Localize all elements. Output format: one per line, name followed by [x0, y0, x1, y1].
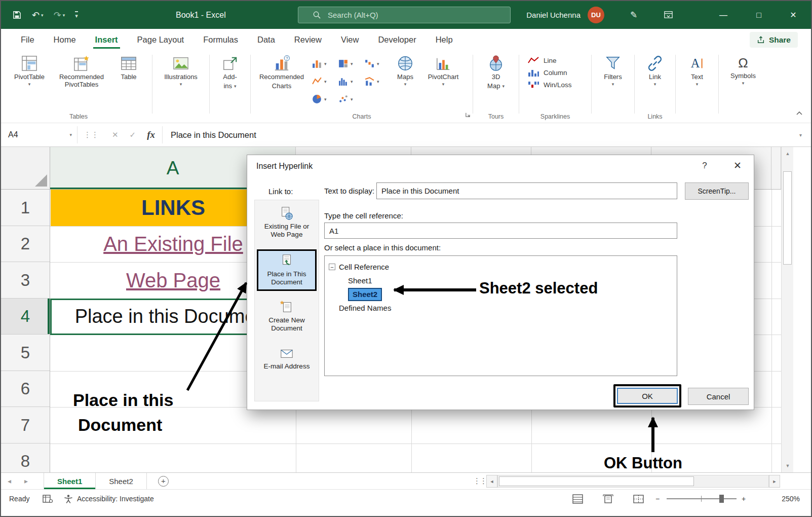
sheet-nav-left-icon[interactable]: ◂: [1, 477, 18, 485]
new-sheet-button[interactable]: +: [158, 476, 169, 487]
close-button[interactable]: ✕: [779, 1, 808, 29]
formula-content[interactable]: Place in this Document: [163, 123, 790, 146]
select-all-corner[interactable]: [1, 147, 50, 190]
insert-combo-chart-button[interactable]: ▾: [362, 72, 389, 90]
row-header-3[interactable]: 3: [1, 262, 50, 299]
pivottable-button[interactable]: PivotTable ▾: [8, 51, 51, 86]
scroll-right-button[interactable]: ►: [769, 475, 780, 488]
vertical-scrollbar[interactable]: ▲ ▼: [781, 147, 793, 472]
tab-page-layout[interactable]: Page Layout: [128, 29, 194, 51]
minimize-button[interactable]: —: [709, 1, 738, 29]
tab-file[interactable]: File: [11, 29, 44, 51]
addins-button[interactable]: Add- ins▾: [213, 51, 247, 90]
zoom-level[interactable]: 250%: [763, 490, 800, 508]
collapse-ribbon-button[interactable]: [796, 108, 803, 118]
confirm-entry-button[interactable]: ✓: [130, 130, 136, 139]
scroll-down-icon[interactable]: ▼: [782, 463, 794, 468]
table-button[interactable]: Table: [112, 51, 145, 81]
ribbon-display-options-button[interactable]: [658, 1, 678, 29]
sheet-tab-sheet2[interactable]: Sheet2: [96, 473, 147, 489]
document-place-tree[interactable]: − Cell Reference Sheet1 Sheet2 Defined N…: [324, 255, 677, 376]
redo-button[interactable]: ↷ ▾: [54, 10, 65, 21]
insert-pie-chart-button[interactable]: ▾: [310, 90, 336, 108]
name-box[interactable]: A4 ▾: [1, 123, 77, 146]
tab-help[interactable]: Help: [426, 29, 462, 51]
tab-review[interactable]: Review: [285, 29, 331, 51]
cancel-entry-button[interactable]: ✕: [112, 130, 119, 139]
recommended-charts-button[interactable]: ? Recommended Charts: [254, 51, 310, 90]
sparkline-line-button[interactable]: Line: [527, 56, 588, 65]
search-input[interactable]: Search (Alt+Q): [298, 7, 511, 23]
undo-button[interactable]: ↶ ▾: [32, 10, 44, 21]
sparkline-winloss-button[interactable]: Win/Loss: [527, 80, 588, 89]
sheet-tab-sheet1[interactable]: Sheet1: [44, 473, 96, 489]
insert-hierarchy-chart-button[interactable]: ▾: [336, 55, 362, 72]
save-button[interactable]: [12, 10, 22, 20]
row-header-4[interactable]: 4: [1, 299, 50, 335]
ok-button[interactable]: OK: [617, 388, 678, 404]
zoom-slider-track[interactable]: [667, 498, 737, 499]
dialog-help-button[interactable]: ?: [697, 161, 712, 171]
maximize-button[interactable]: □: [744, 1, 774, 29]
tree-node-defined-names[interactable]: Defined Names: [339, 301, 677, 315]
filters-button[interactable]: Filters ▾: [595, 51, 631, 86]
pen-mode-button[interactable]: ✎: [624, 1, 644, 29]
sidebar-email-address-button[interactable]: E-mail Address: [257, 343, 317, 374]
tab-insert[interactable]: Insert: [86, 29, 128, 51]
expand-formula-bar-button[interactable]: ▾: [790, 123, 811, 146]
tab-formulas[interactable]: Formulas: [194, 29, 248, 51]
insert-statistic-chart-button[interactable]: ▾: [336, 72, 362, 90]
text-button[interactable]: A Text ▾: [682, 51, 712, 86]
illustrations-button[interactable]: Illustrations ▾: [156, 51, 206, 86]
vertical-scroll-thumb[interactable]: [783, 171, 792, 265]
normal-view-button[interactable]: [572, 490, 583, 508]
insert-waterfall-chart-button[interactable]: ▾: [362, 55, 389, 72]
row-header-8[interactable]: 8: [1, 444, 50, 472]
column-header-f[interactable]: [771, 147, 781, 189]
charts-dialog-launcher-button[interactable]: [465, 110, 471, 120]
sidebar-existing-file-button[interactable]: Existing File or Web Page: [257, 203, 317, 242]
text-to-display-input[interactable]: Place in this Document: [376, 182, 677, 199]
insert-scatter-chart-button[interactable]: ▾: [336, 90, 362, 108]
scroll-left-button[interactable]: ◄: [486, 475, 497, 488]
row-header-7[interactable]: 7: [1, 407, 50, 444]
tab-developer[interactable]: Developer: [368, 29, 426, 51]
formula-bar-handle[interactable]: ⋮⋮: [78, 123, 105, 146]
symbols-button[interactable]: Ω Symbols ▾: [723, 51, 763, 85]
page-layout-view-button[interactable]: [603, 490, 613, 508]
zoom-in-button[interactable]: +: [742, 490, 746, 508]
sparkline-column-button[interactable]: Column: [527, 68, 588, 77]
macro-record-button[interactable]: [43, 490, 53, 508]
horizontal-scroll-thumb[interactable]: [499, 476, 694, 486]
row-header-1[interactable]: 1: [1, 190, 50, 226]
scroll-up-icon[interactable]: ▲: [782, 151, 794, 156]
3d-map-button[interactable]: 3D Map▾: [479, 51, 513, 90]
recommended-pivottables-button[interactable]: Recommended PivotTables: [51, 51, 112, 88]
screentip-button[interactable]: ScreenTip...: [685, 182, 749, 200]
tab-view[interactable]: View: [331, 29, 368, 51]
cell-reference-input[interactable]: A1: [324, 223, 677, 239]
insert-function-button[interactable]: fx: [147, 129, 155, 140]
dialog-close-button[interactable]: ✕: [728, 160, 747, 171]
page-break-view-button[interactable]: [633, 490, 644, 508]
zoom-out-button[interactable]: −: [655, 490, 660, 508]
row-header-2[interactable]: 2: [1, 226, 50, 262]
tab-data[interactable]: Data: [248, 29, 285, 51]
insert-column-chart-button[interactable]: ▾: [310, 55, 336, 72]
tab-splitter-handle[interactable]: ⋮⋮: [473, 476, 486, 486]
sheet-nav-right-icon[interactable]: ▸: [18, 477, 34, 485]
pivotchart-button[interactable]: PivotChart ▾: [421, 51, 466, 86]
tree-collapse-icon[interactable]: −: [329, 264, 335, 270]
customize-quick-access-button[interactable]: ▾: [75, 11, 78, 19]
tab-home[interactable]: Home: [44, 29, 86, 51]
share-button[interactable]: Share: [750, 32, 798, 48]
sidebar-place-in-document-button[interactable]: Place in This Document: [257, 249, 317, 291]
tree-node-cell-reference[interactable]: − Cell Reference: [329, 260, 677, 274]
row-header-5[interactable]: 5: [1, 335, 50, 371]
horizontal-scroll-track[interactable]: [497, 475, 769, 488]
link-button[interactable]: Link ▾: [640, 51, 670, 86]
avatar[interactable]: DU: [588, 7, 604, 23]
row-header-6[interactable]: 6: [1, 371, 50, 407]
maps-button[interactable]: Maps ▾: [390, 51, 421, 86]
insert-line-chart-button[interactable]: ▾: [310, 72, 336, 90]
